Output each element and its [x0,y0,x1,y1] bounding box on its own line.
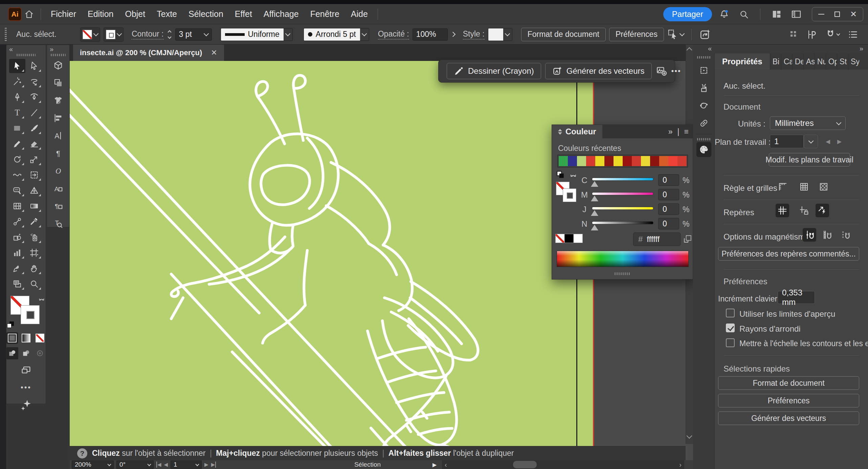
black-slider-thumb[interactable] [591,225,598,230]
panel-menu-icon[interactable]: ≡ [684,127,689,136]
help-icon[interactable]: ? [77,448,87,459]
stroke-proxy-white[interactable] [21,305,40,324]
generate-image-icon[interactable] [656,64,667,79]
magenta-value-field[interactable]: 0 [658,189,679,200]
menu-texte[interactable]: Texte [151,4,183,24]
draw-pencil-button[interactable]: Dessiner (Crayon) [447,63,541,79]
paint-color-button[interactable] [6,332,18,344]
illustrator-logo[interactable]: Ai [8,7,22,21]
color-panel-icon[interactable] [696,142,711,157]
slice-tool-icon[interactable] [9,261,25,275]
color-picker-icon[interactable] [683,234,692,243]
dock-collapse-icon[interactable]: » [860,45,863,52]
tab-proprietes[interactable]: Propriétés [715,53,770,70]
gradient-tool-icon[interactable] [26,199,42,213]
drag-grip[interactable] [5,28,7,41]
free-transform-tool-icon[interactable] [26,168,42,182]
glyphs-panel-icon[interactable]: A [51,182,66,195]
mesh-tool-icon[interactable] [9,199,25,213]
panel-grip[interactable] [697,56,711,59]
white-swatch[interactable] [574,234,583,243]
snap-to-glyph-icon[interactable] [807,29,817,40]
type-tool-icon[interactable]: T [9,106,25,120]
magenta-slider[interactable] [592,192,653,195]
none-swatch[interactable] [555,234,564,243]
width-tool-icon[interactable] [9,168,25,182]
recent-color-swatch[interactable] [623,156,632,166]
menu-selection[interactable]: Sélection [183,4,229,24]
yellow-slider-thumb[interactable] [591,210,598,216]
keyboard-increment-field[interactable]: 0,353 mm [778,291,815,304]
tab-mini[interactable]: Nu [815,53,826,70]
tab-mini[interactable]: De [792,53,803,70]
3d-materials-icon[interactable] [51,59,66,72]
minimize-icon[interactable] [818,14,824,15]
brushes-panel-icon[interactable] [696,81,711,95]
default-fill-stroke-icon[interactable] [7,321,15,328]
panel-grip[interactable] [17,54,36,56]
recent-color-swatch[interactable] [568,156,577,166]
menu-affichage[interactable]: Affichage [258,4,305,24]
panel-resize-grip[interactable] [615,272,631,275]
artboard-canvas[interactable] [70,61,594,446]
preview-bounds-checkbox[interactable] [726,309,735,317]
shaper-tool-icon[interactable] [9,183,25,198]
recent-color-swatch[interactable] [668,156,677,166]
control-menu-icon[interactable] [848,29,859,40]
tab-mini[interactable]: Bi [770,53,781,70]
lock-guides-icon[interactable] [797,204,811,217]
notifications-bell-icon[interactable] [717,7,732,22]
snap-to-grid-icon[interactable] [820,228,834,242]
cyan-value-field[interactable]: 0 [658,174,679,186]
home-icon[interactable] [22,7,37,22]
preferences-button[interactable]: Préférences [609,28,664,41]
scroll-up-icon[interactable] [687,47,692,53]
recent-color-swatch[interactable] [577,156,586,166]
recent-color-swatch[interactable] [604,156,614,166]
recent-color-swatch[interactable] [677,156,687,166]
panel-workspace-icon[interactable] [789,7,804,22]
direct-selection-tool-icon[interactable] [26,59,42,73]
stroke-width-stepper[interactable] [167,31,172,38]
eyedropper-tool-icon[interactable] [26,215,42,229]
panel-grip[interactable] [51,54,66,56]
smart-guides-icon[interactable] [816,204,829,217]
line-segment-tool-icon[interactable] [26,106,42,120]
tab-mini[interactable]: As [803,53,815,70]
tab-mini[interactable]: Op [826,53,837,70]
paint-gradient-button[interactable] [20,332,32,344]
opacity-field[interactable]: 100% [413,28,448,41]
scroll-down-icon[interactable] [687,433,692,439]
paragraph-panel-icon[interactable]: ¶ [51,147,66,160]
dock-expand-icon[interactable]: « [708,45,712,52]
eraser-tool-icon[interactable] [26,137,42,151]
recent-color-swatch[interactable] [614,156,623,166]
pencil-tool-icon[interactable] [9,137,25,151]
rulers-icon[interactable] [776,180,789,194]
curvature-tool-icon[interactable] [26,90,42,104]
recent-color-swatch[interactable] [595,156,604,166]
next-artboard-icon[interactable]: ▶ [204,462,208,468]
perspective-grid-tool-icon[interactable] [26,183,42,198]
horizontal-scrollbar[interactable]: ‹ › [442,460,684,469]
rotation-select[interactable]: 0° [116,461,154,469]
generate-vectors-button[interactable]: Générer des vecteurs [545,63,652,79]
artboard-number-select[interactable]: 1 [171,461,202,469]
panel-collapse-right-icon[interactable]: » [668,127,673,136]
fill-color-dropdown[interactable] [80,27,100,42]
menu-effet[interactable]: Effet [229,4,258,24]
next-artboard-icon[interactable]: ▶ [837,138,842,145]
scale-tool-icon[interactable] [26,152,42,166]
scale-strokes-checkbox[interactable] [726,338,735,347]
black-value-field[interactable]: 0 [658,218,679,229]
cyan-slider-thumb[interactable] [591,181,598,187]
zoom-tool-icon[interactable] [26,277,42,291]
match-font-icon[interactable]: T [51,217,66,230]
opacity-panel-link[interactable]: Opacité : [378,29,409,40]
tab-mini[interactable]: Sy [848,53,859,70]
units-select[interactable]: Millimètres [770,116,846,130]
opentype-panel-icon[interactable]: O [51,164,66,177]
quick-preferences-button[interactable]: Préférences [718,394,859,407]
transparency-grid-icon[interactable] [817,180,830,194]
maximize-icon[interactable] [834,12,840,17]
